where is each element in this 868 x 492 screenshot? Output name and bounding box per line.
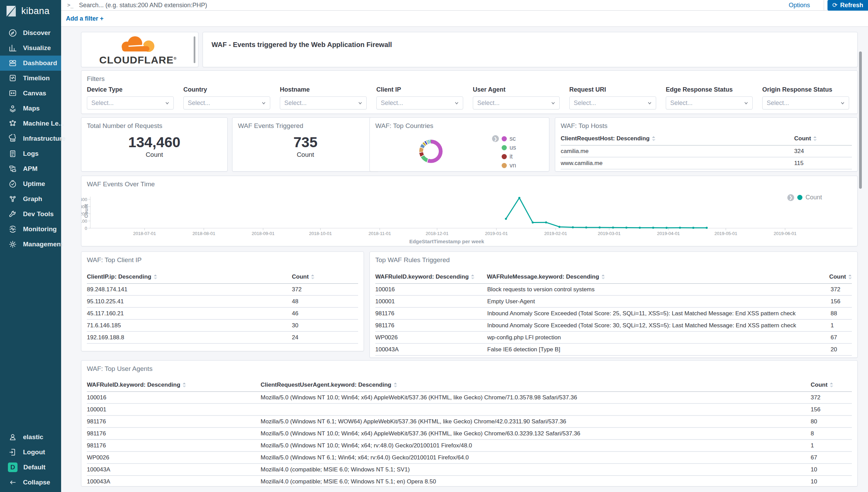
filter-client-ip: Client IPSelect... <box>376 86 463 109</box>
column-header[interactable]: Count <box>794 135 852 142</box>
refresh-icon: ⟳ <box>832 1 837 9</box>
events-legend: ❯ Count <box>787 194 822 201</box>
table-cell: 89.248.174.141 <box>87 286 292 293</box>
table-row: 981176Mozilla/5.0 (Windows NT 10.0; Win6… <box>87 440 852 452</box>
svg-text:100: 100 <box>81 219 87 224</box>
column-header[interactable]: ClientRequestHost: Descending <box>561 135 794 142</box>
sidebar-item-dashboard[interactable]: Dashboard <box>0 56 61 71</box>
visualize-icon <box>8 44 17 52</box>
sidebar-item-label: Maps <box>23 105 40 112</box>
svg-text:2018-08-01: 2018-08-01 <box>192 231 215 236</box>
table-row: 100016Mozilla/5.0 (Windows NT 10.0; Win6… <box>87 392 852 404</box>
sidebar-item-ml[interactable]: Machine Le... <box>0 116 61 131</box>
events-over-time-panel: WAF Events Over Time 01002003004002018-0… <box>81 176 858 246</box>
sidebar-item-default[interactable]: DDefault <box>0 460 61 475</box>
svg-text:2019-01-01: 2019-01-01 <box>485 231 508 236</box>
top-user-agents-table: WAFRuleID.keyword: DescendingClientReque… <box>87 379 852 487</box>
sidebar-item-infrastructure[interactable]: Infrastructure <box>0 131 61 146</box>
panel-title: Total Number of Requests <box>81 118 227 130</box>
sidebar-item-discover[interactable]: Discover <box>0 25 61 40</box>
svg-text:2019-03-01: 2019-03-01 <box>598 231 621 236</box>
sidebar-item-visualize[interactable]: Visualize <box>0 40 61 56</box>
legend-entry[interactable]: Count <box>806 194 822 201</box>
filter-select[interactable]: Select... <box>183 96 270 109</box>
table-cell: 100043A <box>87 466 261 473</box>
table-cell: 100043A <box>375 346 487 353</box>
legend-toggle-icon[interactable]: ❯ <box>492 135 499 142</box>
table-cell: Mozilla/5.0 (Windows NT 10.0; Win64; x64… <box>261 442 811 449</box>
search-input[interactable] <box>78 1 775 9</box>
options-link[interactable]: Options <box>775 2 824 9</box>
filter-select[interactable]: Select... <box>473 96 560 109</box>
legend-label: it <box>510 153 513 160</box>
add-filter-link[interactable]: Add a filter + <box>66 15 104 22</box>
user-icon <box>8 433 17 442</box>
sidebar-item-logout[interactable]: Logout <box>0 445 61 460</box>
filter-bar: Add a filter + <box>61 11 868 27</box>
page-scrollbar[interactable] <box>859 51 862 189</box>
filter-select[interactable]: Select... <box>762 96 849 109</box>
sort-icon <box>182 382 186 388</box>
metric-value: 735 <box>293 134 317 150</box>
sidebar-item-graph[interactable]: Graph <box>0 191 61 207</box>
sidebar-item-monitoring[interactable]: Monitoring <box>0 222 61 237</box>
chevron-down-icon <box>647 100 652 106</box>
column-header[interactable]: Count <box>292 273 358 280</box>
legend-entry-it[interactable]: it <box>502 152 516 161</box>
column-header[interactable]: WAFRuleID.keyword: Descending <box>87 382 261 388</box>
sidebar-item-collapse[interactable]: Collapse <box>0 475 61 490</box>
table-cell: 48 <box>292 298 358 305</box>
legend-toggle-icon[interactable]: ❯ <box>787 194 794 201</box>
table-cell: Block requests to version control system… <box>487 286 831 293</box>
filter-select[interactable]: Select... <box>376 96 463 109</box>
filter-select[interactable]: Select... <box>666 96 753 109</box>
sidebar-item-logs[interactable]: Logs <box>0 146 61 161</box>
column-header[interactable]: ClientIP.ip: Descending <box>87 273 292 280</box>
filter-select[interactable]: Select... <box>87 96 174 109</box>
series-color-dot <box>502 163 507 168</box>
y-axis-label: Count <box>83 204 89 218</box>
table-cell: Mozilla/5.0 (Windows NT 6.1; WOW64) Appl… <box>261 418 811 425</box>
series-color-dot <box>502 145 507 150</box>
sidebar-item-devtools[interactable]: Dev Tools <box>0 207 61 222</box>
filter-select[interactable]: Select... <box>280 96 367 109</box>
sidebar-item-timelion[interactable]: Timelion <box>0 71 61 86</box>
column-header[interactable]: Count <box>811 382 852 388</box>
x-axis-label: EdgeStartTimestamp per week <box>375 238 519 244</box>
sidebar-item-apm[interactable]: APM <box>0 161 61 176</box>
sidebar-item-user[interactable]: elastic <box>0 430 61 445</box>
column-header[interactable]: WAFRuleID.keyword: Descending <box>375 273 487 280</box>
kibana-brand[interactable]: kibana <box>0 0 61 21</box>
countries-donut-chart[interactable] <box>419 140 443 163</box>
panel-scrollbar[interactable] <box>194 36 195 63</box>
legend-entry-vn[interactable]: vn <box>502 161 516 170</box>
events-line-chart[interactable]: 01002003004002018-07-012018-08-012018-09… <box>81 176 857 246</box>
sidebar-item-label: Logs <box>23 150 38 157</box>
legend-entry-sc[interactable]: ❯sc <box>492 134 516 143</box>
query-prompt-icon: >_ <box>67 2 73 8</box>
filter-select[interactable]: Select... <box>569 96 656 109</box>
sidebar-item-label: Timelion <box>23 74 50 82</box>
sidebar-item-canvas[interactable]: Canvas <box>0 86 61 101</box>
svg-text:2018-11-01: 2018-11-01 <box>368 231 391 236</box>
table-row: WP0026wp-config.php LFI protection67 <box>375 332 852 344</box>
sidebar: kibana DiscoverVisualizeDashboardTimelio… <box>0 0 61 492</box>
column-header[interactable]: Count <box>829 273 852 280</box>
refresh-button[interactable]: ⟳ Refresh <box>827 0 868 11</box>
table-row: 100043AFalse IE6 detection [Type B]20 <box>375 344 852 356</box>
table-cell: 67 <box>811 454 852 461</box>
panel-title: WAF Events Triggered <box>232 118 378 130</box>
filter-hostname: HostnameSelect... <box>280 86 367 109</box>
column-header[interactable]: WAFRuleMessage.keyword: Descending <box>487 273 829 280</box>
sidebar-item-maps[interactable]: Maps <box>0 101 61 116</box>
legend-entry-us[interactable]: us <box>502 143 516 152</box>
panel-title: WAF: Top Hosts <box>555 118 857 130</box>
sidebar-item-uptime[interactable]: Uptime <box>0 176 61 191</box>
dashboard-title: WAF - Events triggered by the Web Applic… <box>203 32 857 49</box>
table-cell: Inbound Anomaly Score Exceeded (Total Sc… <box>487 310 831 317</box>
metric-label: Count <box>297 151 314 159</box>
column-header[interactable]: ClientRequestUserAgent.keyword: Descendi… <box>261 382 811 388</box>
table-cell: 88 <box>831 310 852 317</box>
chevron-down-icon <box>840 100 845 106</box>
sidebar-item-management[interactable]: Management <box>0 237 61 252</box>
